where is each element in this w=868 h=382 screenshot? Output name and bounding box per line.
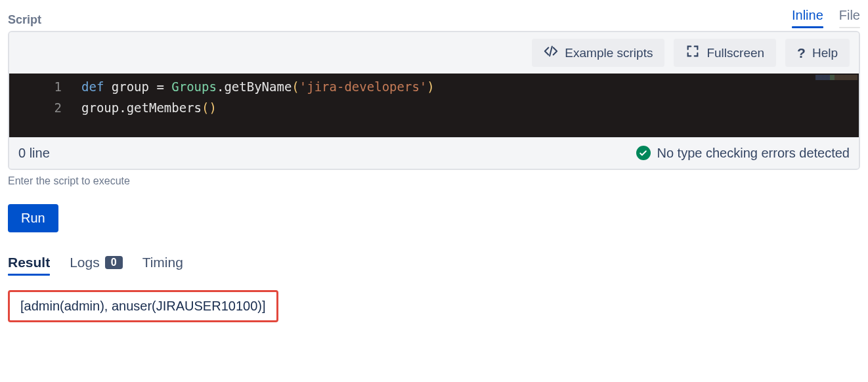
script-label: Script	[8, 13, 41, 27]
line-number: 2	[9, 97, 81, 118]
svg-line-1	[550, 47, 552, 56]
editor-toolbar: Example scripts Fullscreen ? Help	[9, 32, 859, 74]
tab-inline[interactable]: Inline	[792, 8, 823, 27]
tab-timing[interactable]: Timing	[142, 255, 183, 276]
example-scripts-button[interactable]: Example scripts	[532, 39, 664, 67]
result-output: [admin(admin), anuser(JIRAUSER10100)]	[8, 290, 278, 322]
editor-status-bar: 0 line No type checking errors detected	[9, 137, 859, 169]
code-line-2: group.getMembers()	[81, 97, 217, 118]
typecheck-status: No type checking errors detected	[657, 146, 850, 161]
tab-file[interactable]: File	[839, 8, 860, 27]
line-count: 0 line	[18, 146, 50, 161]
tab-result[interactable]: Result	[8, 255, 50, 276]
example-scripts-label: Example scripts	[565, 46, 653, 60]
help-label: Help	[812, 46, 838, 60]
code-icon	[544, 44, 558, 62]
run-button[interactable]: Run	[8, 204, 58, 232]
editor-hint: Enter the script to execute	[8, 175, 860, 187]
tab-logs[interactable]: Logs 0	[70, 255, 122, 276]
check-circle-icon	[636, 146, 651, 160]
tab-logs-label: Logs	[70, 255, 100, 270]
result-tabs: Result Logs 0 Timing	[8, 255, 860, 276]
fullscreen-icon	[685, 44, 700, 62]
minimap[interactable]	[815, 75, 857, 80]
script-editor-panel: Example scripts Fullscreen ? Help 1 def …	[8, 31, 860, 170]
line-number: 1	[9, 76, 81, 97]
code-line-1: def group = Groups.getByName('jira-devel…	[81, 76, 435, 97]
help-icon: ?	[797, 45, 806, 61]
help-button[interactable]: ? Help	[785, 39, 850, 67]
logs-count-badge: 0	[105, 256, 123, 269]
fullscreen-button[interactable]: Fullscreen	[674, 39, 776, 67]
code-editor[interactable]: 1 def group = Groups.getByName('jira-dev…	[9, 74, 859, 137]
view-mode-tabs: Inline File	[792, 8, 860, 27]
fullscreen-label: Fullscreen	[706, 46, 764, 60]
